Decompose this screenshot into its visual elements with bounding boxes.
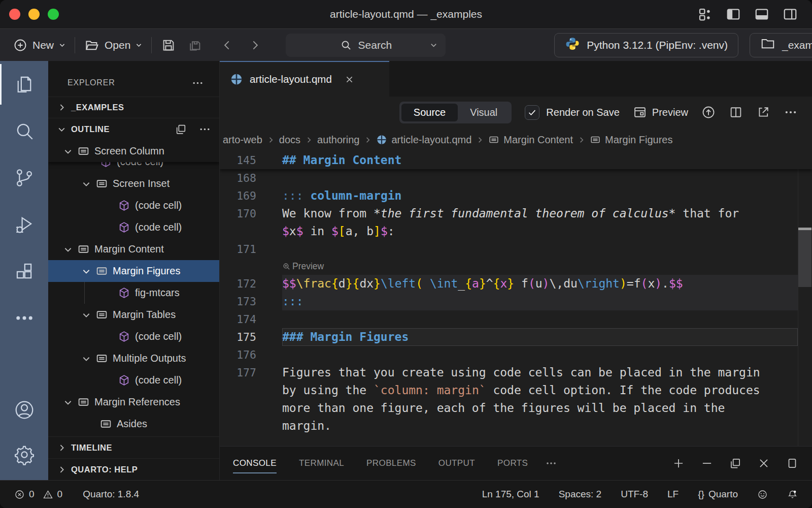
chevron-down-icon[interactable] [82, 179, 91, 188]
code-editor[interactable]: 145## Margin Content168169::: column-mar… [220, 151, 812, 446]
breadcrumb-item-article-layout-qmd[interactable]: article-layout.qmd [376, 134, 471, 146]
code-line-wrap[interactable]: more than one figure, each of the figure… [220, 399, 812, 417]
code-line-wrap[interactable]: $x$ in $[a, b]$: [220, 223, 812, 240]
save-icon[interactable] [161, 38, 176, 53]
breadcrumb-item-arto-web[interactable]: arto-web [223, 134, 262, 146]
outline-item-code-cell[interactable]: (code cell) [48, 216, 219, 238]
outline-item-asides[interactable]: Asides [48, 413, 219, 435]
code-line-176[interactable]: 176 [220, 346, 812, 364]
toggle-secondary-sidebar-icon[interactable] [783, 7, 798, 22]
notifications-bell-icon[interactable] [787, 489, 798, 500]
activity-explorer[interactable] [0, 61, 48, 108]
restore-panel-icon[interactable] [729, 457, 742, 470]
activity-run-debug[interactable] [0, 201, 48, 248]
workspace-selector[interactable]: _examples [750, 33, 812, 57]
math-preview-lens-row[interactable]: Preview [220, 258, 812, 275]
explorer-more-icon[interactable] [191, 77, 204, 89]
open-external-icon[interactable] [756, 105, 770, 119]
source-mode-button[interactable]: Source [401, 104, 458, 121]
sidebar-section-timeline[interactable]: TIMELINE [48, 436, 219, 458]
chevron-down-icon[interactable] [63, 245, 73, 254]
outline-more-icon[interactable] [198, 123, 211, 136]
editor-more-icon[interactable] [784, 105, 798, 119]
customize-layout-icon[interactable] [697, 7, 713, 22]
code-line-wrap[interactable]: margin. [220, 417, 812, 435]
code-line-172[interactable]: 172$$\frac{d}{dx}\left( \int_{a}^{x} f(u… [220, 275, 812, 293]
outline-item-margin-figures[interactable]: Margin Figures [48, 260, 219, 282]
feedback-smiley-icon[interactable] [757, 489, 768, 500]
scrollbar-thumb[interactable] [798, 229, 811, 287]
interpreter-selector[interactable]: Python 3.12.1 (PipEnv: .venv) [554, 33, 738, 57]
activity-settings[interactable] [0, 433, 48, 480]
outline-item-code-cell[interactable]: (code cell) [48, 369, 219, 391]
code-line-wrap[interactable]: by using the `column: margin` code cell … [220, 382, 812, 399]
code-line-171[interactable]: 171 [220, 240, 812, 258]
outline-item-fig-mtcars[interactable]: fig-mtcars [48, 282, 219, 304]
breadcrumb-item-authoring[interactable]: authoring [317, 134, 359, 146]
toggle-panel-icon[interactable] [754, 7, 769, 22]
back-icon[interactable] [221, 39, 234, 52]
chevron-down-icon[interactable] [430, 41, 437, 49]
outline-item-screen-column[interactable]: Screen Column [48, 140, 219, 162]
activity-source-control[interactable] [0, 154, 48, 201]
panel-tab-terminal[interactable]: TERMINAL [299, 455, 344, 471]
chevron-down-icon[interactable] [82, 310, 91, 320]
chevron-down-icon[interactable] [63, 398, 73, 407]
outline-item-multiple-outputs[interactable]: Multiple Outputs [48, 347, 219, 369]
outline-item-code-cell[interactable]: (code cell) [48, 162, 219, 173]
language-mode-status[interactable]: {}Quarto [698, 489, 738, 500]
close-panel-icon[interactable] [757, 457, 770, 470]
toggle-sidebar-icon[interactable] [726, 7, 741, 22]
code-line-174[interactable]: 174 [220, 310, 812, 328]
minimize-panel-icon[interactable] [700, 457, 714, 470]
code-line-168[interactable]: 168 [220, 169, 812, 187]
visual-mode-button[interactable]: Visual [458, 104, 510, 121]
new-console-icon[interactable] [672, 457, 685, 470]
preview-lens-button[interactable]: Preview [282, 258, 324, 275]
panel-tab-console[interactable]: CONSOLE [233, 455, 277, 471]
search-input[interactable]: Search [286, 34, 446, 57]
breadcrumb-item-margin-content[interactable]: Margin Content [488, 134, 573, 146]
outline-item-margin-content[interactable]: Margin Content [48, 238, 219, 260]
new-button[interactable]: New [13, 38, 65, 52]
panel-tab-problems[interactable]: PROBLEMS [366, 455, 416, 471]
panel-layout-icon[interactable] [786, 457, 799, 470]
scrollbar-track[interactable] [798, 151, 812, 446]
tab-article-layout[interactable]: article-layout.qmd [220, 61, 389, 97]
preview-button[interactable]: Preview [633, 105, 688, 119]
follow-cursor-icon[interactable] [175, 123, 187, 136]
activity-search[interactable] [0, 108, 48, 154]
close-icon[interactable] [345, 75, 354, 84]
render-publish-icon[interactable] [701, 105, 716, 119]
split-editor-icon[interactable] [729, 105, 743, 119]
activity-account[interactable] [0, 387, 48, 433]
sidebar-section-examples[interactable]: _EXAMPLES [48, 97, 219, 118]
panel-more-icon[interactable] [545, 457, 557, 469]
indentation-status[interactable]: Spaces: 2 [559, 489, 602, 500]
activity-extensions[interactable] [0, 248, 48, 295]
quarto-version-status[interactable]: Quarto: 1.8.4 [83, 489, 139, 500]
encoding-status[interactable]: UTF-8 [621, 489, 648, 500]
code-line-175[interactable]: 175### Margin Figures [220, 328, 812, 346]
outline-item-code-cell[interactable]: (code cell) [48, 326, 219, 347]
code-line-173[interactable]: 173::: [220, 293, 812, 310]
eol-status[interactable]: LF [667, 489, 679, 500]
panel-tab-ports[interactable]: PORTS [497, 455, 528, 471]
chevron-down-icon[interactable] [82, 354, 91, 363]
outline-item-margin-tables[interactable]: Margin Tables [48, 304, 219, 326]
outline-item-screen-inset[interactable]: Screen Inset [48, 173, 219, 195]
panel-tab-output[interactable]: OUTPUT [438, 455, 475, 471]
breadcrumb-item-margin-figures[interactable]: Margin Figures [590, 134, 672, 146]
cursor-position-status[interactable]: Ln 175, Col 1 [482, 489, 539, 500]
problems-status[interactable]: 0 0 [14, 489, 62, 500]
sidebar-section-quarto-help[interactable]: QUARTO: HELP [48, 458, 219, 480]
code-line-145[interactable]: 145## Margin Content [220, 151, 812, 169]
outline-item-code-cell[interactable]: (code cell) [48, 195, 219, 216]
open-button[interactable]: Open [84, 38, 142, 53]
code-line-170[interactable]: 170We know from *the first fundamental t… [220, 205, 812, 223]
chevron-down-icon[interactable] [63, 147, 73, 156]
chevron-down-icon[interactable] [82, 267, 91, 276]
breadcrumb-item-docs[interactable]: docs [279, 134, 300, 146]
forward-icon[interactable] [248, 39, 261, 52]
render-on-save-checkbox[interactable] [525, 105, 539, 120]
